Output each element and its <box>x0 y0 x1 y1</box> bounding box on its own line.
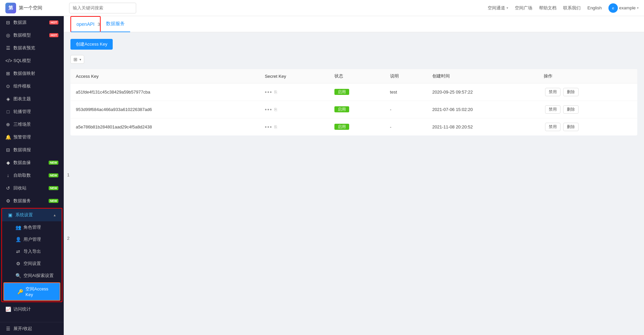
sidebar-item-system-settings[interactable]: ▣ 系统设置 ▲ <box>2 209 62 221</box>
app-title: 第一个空间 <box>19 5 42 11</box>
space-access-key-icon: 🔑 <box>17 289 23 294</box>
sidebar: ⊟ 数据源 HOT ◎ 数据模型 HOT ☰ 数据表预览 </> SQL模型 ⊞… <box>0 16 64 335</box>
copy-secret-key-0[interactable]: ⎘ <box>274 90 277 95</box>
space-channel-link[interactable]: 空间通道 ▾ <box>488 5 508 11</box>
table-row: a5e786b81b284801aad29c4f5a8d2438 ••• ⎘ 启… <box>70 118 637 136</box>
sidebar-item-expand-collapse[interactable]: ☰ 展开/收起 <box>0 322 64 335</box>
alert-mgmt-icon: 🔔 <box>5 134 11 140</box>
sidebar-item-component-template[interactable]: ⊙ 组件模板 <box>0 80 64 93</box>
content-body: 创建Access Key ⊞ ▾ Access Key Secret Key 状… <box>64 32 644 142</box>
sidebar-item-data-lineage[interactable]: ◆ 数据血缘 NEW <box>0 156 64 169</box>
cell-created-time-1: 2021-07-06 15:02:20 <box>427 101 538 118</box>
sidebar-item-user-mgmt[interactable]: 👤 用户管理 <box>2 233 62 245</box>
sidebar-item-role-mgmt[interactable]: 👥 角色管理 <box>2 221 62 233</box>
delete-btn-2[interactable]: 删除 <box>563 123 579 131</box>
sidebar-item-space-settings[interactable]: ⚙ 空间设置 <box>2 258 62 270</box>
secret-key-dots-2: ••• <box>265 124 272 130</box>
search-input[interactable] <box>69 3 136 13</box>
user-menu[interactable]: e example ▾ <box>608 3 639 13</box>
sidebar-item-data-value-mapping[interactable]: ⊞ 数据值映射 <box>0 67 64 80</box>
secret-key-dots-1: ••• <box>265 107 272 113</box>
data-fill-icon: ⊟ <box>5 147 11 153</box>
col-secret-key: Secret Key <box>259 69 329 83</box>
chart-theme-icon: ◈ <box>5 96 11 102</box>
annotation-3: 3 <box>98 22 100 27</box>
sidebar-item-3d-scene[interactable]: ⊕ 三维场景 <box>0 118 64 131</box>
status-badge-0: 启用 <box>334 89 349 95</box>
space-ai-icon: 🔍 <box>15 273 21 278</box>
system-settings-icon: ▣ <box>7 212 13 218</box>
status-badge-2: 启用 <box>334 124 349 130</box>
data-source-icon: ⊟ <box>5 20 11 25</box>
sidebar-item-data-table-preview[interactable]: ☰ 数据表预览 <box>0 42 64 54</box>
data-model-icon: ◎ <box>5 33 11 38</box>
data-lineage-icon: ◆ <box>5 160 11 165</box>
space-plaza-link[interactable]: 空间广场 <box>515 5 532 11</box>
tab-data-service[interactable]: 数据服务 <box>101 16 130 32</box>
cell-description-0: test <box>385 83 427 101</box>
user-arrow: ▾ <box>637 6 639 10</box>
self-service-icon: ↓ <box>5 173 11 178</box>
sidebar-item-sql-model[interactable]: </> SQL模型 <box>0 54 64 67</box>
col-status: 状态 <box>329 69 384 83</box>
disable-btn-0[interactable]: 禁用 <box>545 88 560 96</box>
sidebar-item-carousel-mgmt[interactable]: □ 轮播管理 <box>0 105 64 118</box>
sidebar-item-visit-stats[interactable]: 📈 访问统计 <box>0 303 64 316</box>
data-model-badge: HOT <box>49 33 58 37</box>
sql-model-icon: </> <box>5 58 11 63</box>
cell-status-1: 启用 <box>329 101 384 118</box>
space-settings-icon: ⚙ <box>15 261 21 266</box>
sidebar-item-data-service[interactable]: ⚙ 数据服务 NEW <box>0 194 64 207</box>
user-avatar: e <box>608 3 618 13</box>
language-link[interactable]: English <box>587 5 602 10</box>
cell-secret-key-2: ••• ⎘ <box>259 118 329 136</box>
logo-area: 第 第一个空间 <box>5 3 69 13</box>
cell-created-time-2: 2021-11-08 20:20:52 <box>427 118 538 136</box>
access-key-table: Access Key Secret Key 状态 说明 创建时间 操作 a51f… <box>70 69 637 135</box>
col-created-time: 创建时间 <box>427 69 538 83</box>
table-header-row: Access Key Secret Key 状态 说明 创建时间 操作 <box>70 69 637 83</box>
sidebar-item-chart-theme[interactable]: ◈ 图表主题 <box>0 93 64 105</box>
create-access-key-button[interactable]: 创建Access Key <box>70 39 113 50</box>
logo-icon: 第 <box>5 3 16 13</box>
sidebar-item-recycle[interactable]: ↺ 回收站 NEW <box>0 182 64 194</box>
data-service-badge: NEW <box>49 199 58 203</box>
data-source-badge: HOT <box>49 20 58 24</box>
delete-btn-0[interactable]: 删除 <box>563 88 579 96</box>
disable-btn-1[interactable]: 禁用 <box>545 105 560 114</box>
sidebar-item-data-model[interactable]: ◎ 数据模型 HOT <box>0 29 64 42</box>
disable-btn-2[interactable]: 禁用 <box>545 123 560 131</box>
delete-btn-1[interactable]: 删除 <box>563 105 579 114</box>
cell-actions-2: 禁用 删除 <box>538 118 637 136</box>
grid-view-icon: ⊞ <box>73 57 77 62</box>
cell-actions-0: 禁用 删除 <box>538 83 637 101</box>
col-access-key: Access Key <box>70 69 259 83</box>
sidebar-item-alert-mgmt[interactable]: 🔔 预警管理 <box>0 131 64 144</box>
help-docs-link[interactable]: 帮助文档 <box>539 5 556 11</box>
content-tabs: openAPI 数据服务 <box>64 16 644 32</box>
cell-access-key-0: a51fde4f131c45c38429a59b57977cba <box>70 83 259 101</box>
sidebar-item-space-access-key[interactable]: 🔑 空间Access Key <box>3 282 60 301</box>
sidebar-item-import-export[interactable]: ⇄ 导入导出 <box>2 245 62 258</box>
recycle-icon: ↺ <box>5 185 11 191</box>
status-badge-1: 启用 <box>334 106 349 112</box>
col-description: 说明 <box>385 69 427 83</box>
view-toggle-arrow: ▾ <box>79 58 81 61</box>
sidebar-item-space-ai[interactable]: 🔍 空间AI探索设置 <box>2 270 62 282</box>
table-row: a51fde4f131c45c38429a59b57977cba ••• ⎘ 启… <box>70 83 637 101</box>
annotation-1: 1 <box>67 172 69 177</box>
contact-us-link[interactable]: 联系我们 <box>563 5 581 11</box>
view-toggle[interactable]: ⊞ ▾ <box>70 55 84 64</box>
sidebar-item-self-service[interactable]: ↓ 自助取数 NEW <box>0 169 64 182</box>
copy-secret-key-1[interactable]: ⎘ <box>274 107 277 112</box>
3d-scene-icon: ⊕ <box>5 122 11 127</box>
search-area <box>69 3 136 13</box>
top-nav: 第 第一个空间 空间通道 ▾ 空间广场 帮助文档 联系我们 English e … <box>0 0 644 16</box>
sidebar-item-data-source[interactable]: ⊟ 数据源 HOT <box>0 16 64 29</box>
recycle-badge: NEW <box>49 186 58 190</box>
tab-open-api[interactable]: openAPI <box>70 16 101 32</box>
sidebar-item-data-fill[interactable]: ⊟ 数据填报 <box>0 144 64 156</box>
role-mgmt-icon: 👥 <box>15 225 21 230</box>
data-lineage-badge: NEW <box>49 161 58 165</box>
copy-secret-key-2[interactable]: ⎘ <box>274 124 277 129</box>
